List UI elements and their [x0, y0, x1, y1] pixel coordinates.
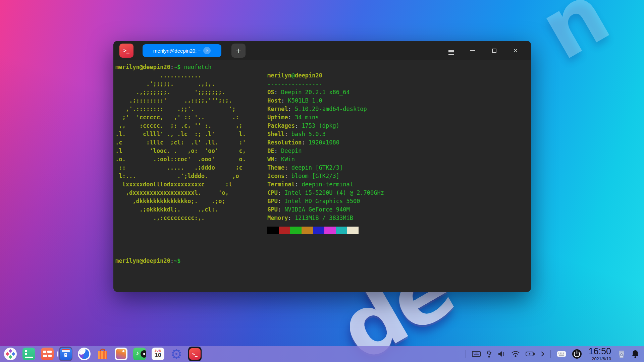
terminal-tab[interactable]: merilyn@deepin20: ~ × — [143, 44, 221, 57]
neofetch-info-row: DE: Deepin — [267, 147, 528, 155]
neofetch-info-row: Kernel: 5.10.29-amd64-desktop — [267, 105, 528, 113]
maximize-icon[interactable] — [483, 41, 505, 60]
neofetch-info-row: Packages: 1753 (dpkg) — [267, 122, 528, 130]
palette-swatch — [290, 227, 302, 234]
palette-swatch — [313, 227, 324, 234]
tab-title: merilyn@deepin20: ~ — [153, 48, 201, 54]
neofetch-ascii-logo: ............ .';;;;;. .,;,. .,;;;;;;;. '… — [115, 71, 267, 234]
onscreen-keyboard-icon[interactable] — [557, 351, 566, 357]
palette-swatch — [324, 227, 336, 234]
command-text: neofetch — [184, 64, 212, 70]
desktop: de n >_ merilyn@deepin20: ~ × + × merily… — [0, 0, 644, 362]
clock-time: 16:50 — [588, 347, 611, 356]
terminal-app-icon: >_ — [119, 44, 133, 58]
terminal-dock-icon[interactable]: >_ — [188, 346, 202, 362]
tray-expand-chevron-icon[interactable] — [541, 351, 545, 357]
neofetch-info-row: GPU: NVIDIA GeForce 940M — [267, 205, 528, 214]
minimize-icon[interactable] — [462, 41, 483, 60]
palette-swatch — [347, 227, 359, 234]
volume-icon[interactable] — [497, 350, 505, 358]
neofetch-title: merilyn@deepin20 — [267, 71, 528, 80]
neofetch-info-row: OS: Deepin 20.2.1 x86_64 — [267, 88, 528, 97]
music-icon[interactable]: ♪ — [132, 346, 147, 362]
neofetch-info-row: Icons: bloom [GTK2/3] — [267, 172, 528, 180]
running-indicator — [57, 351, 58, 357]
command-line: merilyn@deepin20:~$neofetch — [115, 63, 528, 71]
clock[interactable]: 16:50 2021/6/10 — [588, 347, 611, 361]
shell-prompt: merilyn@deepin20:~$ — [115, 257, 528, 265]
palette-swatch — [302, 227, 313, 234]
neofetch-info: merilyn@deepin20 ---------------- OS: De… — [267, 71, 528, 234]
new-tab-button[interactable]: + — [231, 44, 246, 58]
neofetch-info-row: Terminal: deepin-terminal — [267, 180, 528, 189]
tray-separator — [466, 350, 466, 358]
usb-icon[interactable] — [486, 350, 492, 358]
neofetch-info-row: Memory: 1213MiB / 3833MiB — [267, 214, 528, 222]
launcher-pinwheel — [4, 348, 17, 360]
dock-apps: ♪ JUN 10 ···· ⚙ >_ — [0, 346, 202, 362]
neofetch-info-row: GPU: Intel HD Graphics 5500 — [267, 197, 528, 205]
system-tray: 16:50 2021/6/10 — [466, 347, 644, 361]
wallpaper-watermark-n: n — [528, 0, 619, 73]
notification-bell-icon[interactable] — [631, 350, 639, 358]
browser-icon[interactable] — [77, 346, 91, 362]
app-store-icon[interactable] — [96, 346, 110, 362]
shutdown-icon[interactable] — [572, 349, 582, 359]
close-icon[interactable]: × — [505, 41, 526, 60]
titlebar[interactable]: >_ merilyn@deepin20: ~ × + × — [113, 41, 531, 60]
keyboard-layout-icon[interactable] — [472, 351, 481, 357]
tray-separator — [550, 350, 551, 358]
window-controls: × — [440, 41, 526, 60]
neofetch-info-row: Theme: deepin [GTK2/3] — [267, 164, 528, 172]
terminal-window: >_ merilyn@deepin20: ~ × + × merilyn@dee… — [113, 41, 531, 292]
control-center-icon[interactable]: ⚙ — [169, 346, 183, 362]
battery-icon[interactable] — [526, 351, 535, 357]
palette-swatch — [336, 227, 347, 234]
file-manager-icon[interactable] — [59, 346, 73, 362]
multitasking-view-icon[interactable] — [22, 346, 36, 362]
neofetch-info-row: Resolution: 644x362 — [267, 138, 528, 147]
trash-icon[interactable] — [618, 350, 626, 358]
tab-close-icon[interactable]: × — [203, 47, 211, 54]
window-menu-icon[interactable] — [440, 41, 462, 60]
palette-swatch — [279, 227, 290, 234]
neofetch-info-row: Shell: bash 5.0.3 — [267, 130, 528, 138]
dock: ♪ JUN 10 ···· ⚙ >_ — [0, 346, 644, 362]
clock-date: 2021/6/10 — [588, 357, 611, 361]
neofetch-info-row: WM: KWin — [267, 155, 528, 164]
calendar-day: 10 — [152, 352, 164, 358]
calendar-icon[interactable]: JUN 10 ···· — [151, 346, 165, 362]
neofetch-info-row: Uptime: 34 mins — [267, 113, 528, 122]
neofetch-info-row: Host: K501LB 1.0 — [267, 97, 528, 105]
launcher-icon[interactable] — [3, 346, 17, 362]
photos-icon[interactable] — [114, 346, 128, 362]
palette-swatch — [267, 227, 279, 234]
app-grid-icon[interactable] — [40, 346, 54, 362]
terminal-color-palette — [267, 227, 528, 234]
terminal-output[interactable]: merilyn@deepin20:~$neofetch ............… — [113, 60, 531, 292]
wifi-icon[interactable] — [511, 351, 520, 357]
neofetch-info-row: CPU: Intel i5-5200U (4) @ 2.700GHz — [267, 189, 528, 197]
neofetch-underline: ---------------- — [267, 80, 528, 88]
